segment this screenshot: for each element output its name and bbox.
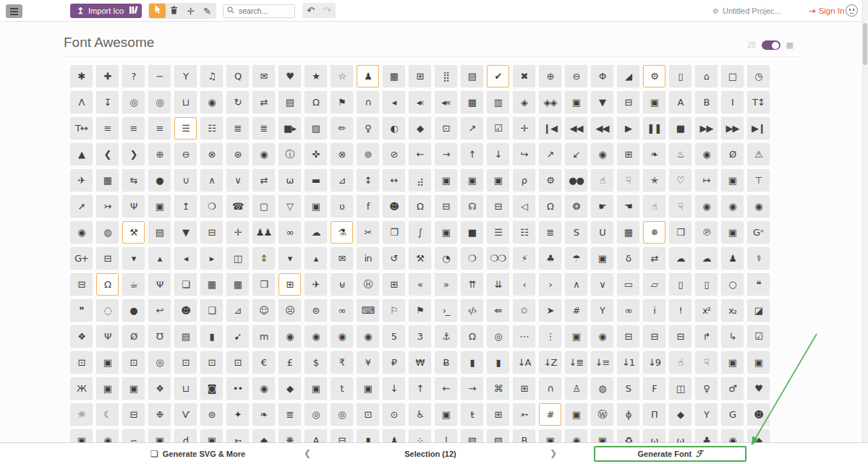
icon-arrows-h[interactable]: ↔ [383, 169, 405, 192]
generate-svg-button[interactable]: ❏ Generate SVG & More [150, 443, 245, 464]
icon-dropbox[interactable]: ❖ [148, 377, 171, 400]
icon-foursquare[interactable]: F [643, 377, 665, 400]
icon-chevron-up[interactable]: ∧ [200, 169, 223, 192]
icon-heart[interactable]: ♥ [278, 65, 301, 87]
icon-magnet[interactable]: ∪ [174, 169, 197, 192]
icon-sort-amount-asc[interactable]: ↓≣ [565, 351, 587, 374]
icon-table[interactable]: ▦ [617, 221, 639, 244]
icon-flag-checkered[interactable]: ⚑ [409, 299, 431, 322]
icon-list-alt[interactable]: ▤ [278, 91, 301, 113]
icon-android[interactable]: ∩ [539, 377, 561, 400]
icon-bitbucket-square[interactable]: ▣ [305, 377, 327, 400]
icon-hand-o-right[interactable]: ☛ [591, 195, 613, 218]
icon-spinner[interactable]: ◌ [96, 299, 119, 322]
icon-italic[interactable]: I [721, 91, 744, 113]
icon-instagram[interactable]: ◙ [200, 377, 223, 400]
icon-coffee[interactable]: ☕ [122, 273, 145, 296]
icon-trophy[interactable]: Ψ [122, 195, 145, 218]
feedback-smiley-icon[interactable] [846, 4, 858, 17]
icon-sort-numeric-desc[interactable]: ↓9 [643, 351, 665, 374]
icon-bar-chart[interactable]: ⣴ [409, 169, 431, 192]
icon-cloud-upload[interactable]: ☁ [695, 247, 718, 270]
icon-umbrella[interactable]: ☂ [565, 247, 587, 270]
icon-book[interactable]: ▣ [565, 91, 587, 113]
icon-plane[interactable]: ✈ [70, 169, 93, 192]
icon-retweet[interactable]: ⇄ [252, 169, 275, 192]
icon-inbox[interactable]: ⊔ [174, 91, 197, 113]
icon-microphone-slash[interactable]: Ø [122, 325, 145, 348]
icon-headphones[interactable]: ∩ [357, 91, 379, 113]
icon-expand[interactable]: ↗ [539, 143, 561, 166]
icon-superscript[interactable]: x² [695, 299, 718, 322]
icon-envelope[interactable]: ✉ [331, 247, 353, 270]
icon-flag[interactable]: ⚑ [331, 91, 353, 113]
icon-info[interactable]: i [643, 299, 665, 322]
icon-sitemap[interactable]: ♣ [539, 247, 561, 270]
icon-undo[interactable]: ↺ [383, 247, 405, 270]
icon-stethoscope[interactable]: ⚕ [747, 247, 770, 270]
icon-users[interactable]: ♟♟ [252, 221, 275, 244]
icon-chevron-circle-left[interactable]: ◉ [278, 325, 301, 348]
icon-pencil[interactable]: ✏ [331, 117, 353, 139]
icon-thumbs-o-up[interactable]: ☝ [591, 169, 613, 192]
icon-location-arrow[interactable]: ➤ [539, 299, 561, 322]
icon-star-half-o[interactable]: ✩ [513, 299, 535, 322]
icon-chevron-left[interactable]: ❮ [96, 143, 119, 166]
icon-long-arrow-left[interactable]: ← [435, 377, 457, 400]
icon-square-o[interactable]: ▢ [252, 195, 275, 218]
icon-camera[interactable]: ▣ [643, 91, 665, 113]
icon-sort-desc[interactable]: ▾ [278, 247, 301, 270]
icon-arrow-circle-o-down[interactable]: ◎ [122, 91, 145, 113]
icon-scissors[interactable]: ✂ [357, 221, 379, 244]
icon-play-circle[interactable]: ◉ [591, 325, 613, 348]
icon-bold[interactable]: B [695, 91, 718, 113]
icon-level-up[interactable]: ↱ [695, 325, 718, 348]
icon-indent[interactable]: ≣ [252, 117, 275, 139]
icon-shopping-cart[interactable]: ω [278, 169, 301, 192]
icon-female[interactable]: ♀ [695, 377, 718, 400]
icon-camera-retro[interactable]: ▣ [487, 169, 509, 192]
icon-user[interactable]: ♟ [357, 65, 379, 87]
icon-hdd-o[interactable]: ⊟ [487, 195, 509, 218]
icon-times-circle-o[interactable]: ⊗ [331, 143, 353, 166]
icon-gamepad[interactable]: ∞ [331, 299, 353, 322]
icon-tablet[interactable]: ▯ [669, 273, 692, 296]
icon-paperclip[interactable]: ∫ [409, 221, 431, 244]
icon-sign-in[interactable]: ↣ [96, 195, 119, 218]
icon-angle-double-left[interactable]: « [409, 273, 431, 296]
icon-hospital-o[interactable]: ▦ [226, 273, 249, 296]
icon-road[interactable]: Λ [70, 91, 93, 113]
edit-tool-button[interactable]: ✎ [199, 4, 216, 18]
icon-floppy-o[interactable]: ▣ [435, 221, 457, 244]
icon-linux[interactable]: ♙ [565, 377, 587, 400]
icon-eraser[interactable]: ◪ [747, 299, 770, 322]
icon-list[interactable]: ☷ [200, 117, 223, 139]
icon-chevron-circle-down[interactable]: ◉ [357, 325, 379, 348]
set-toggle[interactable] [762, 40, 780, 50]
icon-code[interactable]: ‹/› [461, 299, 483, 322]
icon-angle-right[interactable]: › [539, 273, 561, 296]
icon-calendar[interactable]: ▦ [96, 169, 119, 192]
icon-mobile[interactable]: ▯ [695, 273, 718, 296]
icon-fire-extinguisher[interactable]: ▮ [200, 325, 223, 348]
icon-gbp[interactable]: £ [278, 351, 301, 374]
move-tool-button[interactable]: ✛ [182, 4, 199, 18]
icon-files-o[interactable]: ❐ [383, 221, 405, 244]
icon-font[interactable]: A [669, 91, 692, 113]
icon-space-shuttle[interactable]: ➳ [513, 403, 535, 426]
icon-arrow-circle-up[interactable]: ◉ [747, 195, 770, 218]
selection-status[interactable]: Selection (12) [362, 443, 499, 464]
icon-key[interactable]: ρ [513, 169, 535, 192]
icon-sign-out[interactable]: ↦ [695, 169, 718, 192]
icon-plus-circle[interactable]: ⊕ [148, 143, 171, 166]
icon-unlock[interactable]: Ω [409, 195, 431, 218]
icon-reply[interactable]: ↩ [148, 299, 171, 322]
icon-thumbs-down[interactable]: ☟ [695, 351, 718, 374]
icon-thumb-tack[interactable]: ⊤ [747, 169, 770, 192]
icon-film[interactable]: ▦ [383, 65, 405, 87]
icon-filter[interactable]: ▼ [174, 221, 197, 244]
icon-linkedin[interactable]: in [357, 247, 379, 270]
icon-arrow-circle-o-right[interactable]: ◎ [305, 403, 327, 426]
icon-stack-exchange[interactable]: ≣ [278, 403, 301, 426]
icon-meh-o[interactable]: ⊜ [305, 299, 327, 322]
